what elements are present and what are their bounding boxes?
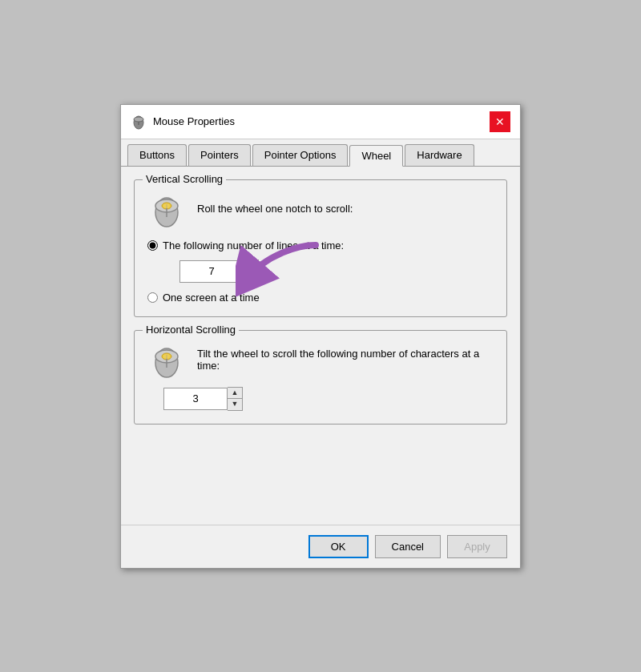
- vertical-scrolling-group: Vertical Scrolling Roll the wheel one no…: [134, 179, 507, 317]
- horizontal-scrolling-content: Tilt the wheel to scroll the following n…: [147, 340, 494, 411]
- tab-bar: Buttons Pointers Pointer Options Wheel H…: [121, 139, 520, 167]
- close-button[interactable]: ✕: [490, 111, 510, 132]
- vertical-description: Roll the wheel one notch to scroll:: [197, 203, 353, 215]
- tab-hardware[interactable]: Hardware: [405, 144, 474, 166]
- tab-buttons[interactable]: Buttons: [127, 144, 187, 166]
- radio-lines[interactable]: [147, 240, 158, 251]
- chars-spin-down[interactable]: ▼: [228, 399, 242, 410]
- chars-spinner: ▲ ▼: [163, 387, 494, 411]
- mouse-properties-dialog: Mouse Properties ✕ Buttons Pointers Poin…: [120, 104, 521, 569]
- wheel-icon-horizontal: [147, 340, 186, 379]
- svg-point-2: [134, 117, 143, 122]
- cancel-button[interactable]: Cancel: [375, 535, 441, 558]
- tab-content: Vertical Scrolling Roll the wheel one no…: [121, 167, 520, 525]
- tab-wheel[interactable]: Wheel: [349, 145, 403, 167]
- svg-point-7: [163, 203, 170, 208]
- radio-screen-row: One screen at a time: [147, 292, 494, 304]
- radio-screen[interactable]: [147, 292, 158, 303]
- vertical-icon-row: Roll the wheel one notch to scroll:: [147, 190, 494, 228]
- horizontal-scrolling-group: Horizontal Scrolling Tilt the wheel to s…: [134, 330, 507, 425]
- radio-lines-label: The following number of lines at a time:: [163, 239, 344, 251]
- svg-point-13: [163, 354, 170, 359]
- radio-lines-row: The following number of lines at a time:: [147, 239, 494, 251]
- vertical-scrolling-content: Roll the wheel one notch to scroll: The …: [147, 190, 494, 304]
- title-bar: Mouse Properties ✕: [121, 105, 520, 139]
- chars-input[interactable]: [163, 388, 228, 410]
- lines-spin-down[interactable]: ▼: [244, 272, 258, 283]
- lines-spinner-buttons: ▲ ▼: [244, 260, 259, 284]
- lines-spinner: ▲ ▼: [179, 260, 259, 284]
- horizontal-icon-row: Tilt the wheel to scroll the following n…: [147, 340, 494, 379]
- tab-pointers[interactable]: Pointers: [188, 144, 251, 166]
- dialog-title: Mouse Properties: [153, 115, 235, 127]
- ok-button[interactable]: OK: [308, 535, 369, 558]
- lines-spin-up[interactable]: ▲: [244, 260, 258, 272]
- title-bar-left: Mouse Properties: [131, 114, 235, 130]
- dialog-icon: [131, 114, 147, 130]
- apply-button[interactable]: Apply: [447, 535, 507, 558]
- tab-pointer-options[interactable]: Pointer Options: [252, 144, 349, 166]
- chars-spin-up[interactable]: ▲: [228, 388, 242, 399]
- radio-screen-label: One screen at a time: [163, 292, 260, 304]
- lines-input[interactable]: [179, 260, 244, 283]
- dialog-footer: OK Cancel Apply: [121, 525, 520, 568]
- horizontal-scrolling-label: Horizontal Scrolling: [143, 324, 239, 336]
- vertical-scrolling-label: Vertical Scrolling: [143, 173, 226, 185]
- chars-spinner-buttons: ▲ ▼: [228, 387, 243, 411]
- horizontal-description: Tilt the wheel to scroll the following n…: [197, 348, 494, 372]
- wheel-icon-vertical: [147, 190, 186, 228]
